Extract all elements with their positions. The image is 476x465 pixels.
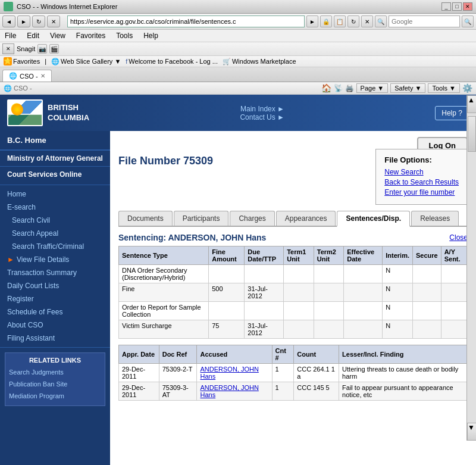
favorites-item-main[interactable]: ⭐ Favorites	[4, 57, 40, 65]
file-options-box: File Options: New Search Back to Search …	[375, 149, 468, 205]
back-button[interactable]: ◄	[2, 15, 15, 27]
browser-titlebar: CSO - - Windows Internet Explorer _ □ ✕	[0, 0, 476, 14]
menu-edit[interactable]: Edit	[24, 31, 42, 40]
tab-releases[interactable]: Releases	[411, 211, 459, 226]
safety-menu-btn[interactable]: Safety ▼	[390, 83, 425, 93]
scrollbar[interactable]: ▲ ▼	[466, 95, 476, 441]
snagit-icon2[interactable]: 🎬	[49, 44, 59, 54]
sent-eff-2	[344, 302, 383, 320]
search-submit-icon[interactable]: 🔍	[462, 15, 474, 27]
sentencing-title: Sentencing: ANDERSON, JOHN Hans	[118, 233, 266, 242]
toolbar2-btn1[interactable]: ✕	[2, 43, 14, 54]
page-tab-label: CSO -	[14, 85, 32, 92]
sidebar-item-view-file[interactable]: View File Details	[17, 255, 69, 264]
new-search-link[interactable]: New Search	[384, 168, 459, 176]
charge-appr-date-1: 29-Dec-2011	[119, 382, 159, 401]
restore-button[interactable]: □	[452, 2, 462, 11]
back-to-search-link[interactable]: Back to Search Results	[384, 178, 459, 186]
home-icon[interactable]: 🏠	[321, 83, 331, 93]
stop-button[interactable]: ✕	[47, 15, 60, 27]
tab-sentences[interactable]: Sentences/Disp.	[337, 211, 410, 227]
related-link-publication[interactable]: Publication Ban Site	[9, 378, 101, 390]
related-link-mediation[interactable]: Mediation Program	[9, 390, 101, 402]
scroll-up-button[interactable]: ▲	[467, 95, 476, 113]
page-menu-btn[interactable]: Page ▼	[356, 83, 389, 93]
browser-tab-cso[interactable]: 🌐 CSO - ✕	[2, 70, 52, 82]
close-link[interactable]: Close	[449, 233, 468, 242]
search-icon[interactable]: 🔍	[375, 15, 387, 27]
facebook-icon: f	[126, 58, 127, 65]
webslice-icon: 🌐	[51, 58, 60, 65]
sent-int-0: N	[383, 265, 413, 283]
settings-icon[interactable]: ⚙️	[462, 83, 472, 93]
count-header: Count	[294, 345, 339, 364]
sent-due-2	[245, 302, 284, 320]
sidebar-bc-home[interactable]: B.C. Home	[0, 131, 110, 150]
browser-tab-close[interactable]: ✕	[40, 73, 45, 79]
sidebar-divider2	[0, 347, 110, 348]
related-link-judgments[interactable]: Search Judgments	[9, 366, 101, 378]
print-icon[interactable]: 🖨️	[345, 84, 354, 92]
file-options-title: File Options:	[384, 155, 459, 164]
accused-link-0[interactable]: ANDERSON, JOHN Hans	[200, 366, 258, 380]
minimize-button[interactable]: _	[441, 2, 451, 11]
scroll-thumb[interactable]	[468, 116, 476, 152]
sent-eff-3	[344, 320, 383, 339]
favorites-item-webslice[interactable]: 🌐 Web Slice Gallery ▼	[51, 58, 121, 65]
sentence-type-header: Sentence Type	[119, 246, 209, 265]
window-controls[interactable]: _ □ ✕	[441, 2, 472, 11]
tab-participants[interactable]: Participants	[174, 211, 229, 226]
favorites-item-facebook[interactable]: f Welcome to Facebook - Log ...	[126, 58, 218, 65]
tabs-row: Documents Participants Charges Appearanc…	[118, 211, 468, 227]
menu-help[interactable]: Help	[141, 31, 161, 40]
enter-file-number-link[interactable]: Enter your file number	[384, 188, 459, 196]
refresh-icon[interactable]: ↻	[347, 15, 359, 27]
charge-accused-0: ANDERSON, JOHN Hans	[197, 364, 272, 382]
contact-link[interactable]: Contact Us ►	[240, 113, 284, 121]
refresh-button[interactable]: ↻	[32, 15, 45, 27]
tab-appearances[interactable]: Appearances	[276, 211, 336, 226]
sent-sec-0	[412, 265, 441, 283]
menu-view[interactable]: View	[48, 31, 68, 40]
sidebar-ministry: Ministry of Attorney General	[0, 150, 110, 166]
snagit-icon1[interactable]: 📷	[37, 44, 47, 54]
sidebar-item-filing[interactable]: Filing Assistant	[0, 332, 110, 345]
go-button[interactable]: ►	[306, 15, 318, 27]
term2-header: Term2 Unit	[314, 246, 344, 265]
toolbar2: ✕ Snagit 📷 🎬	[0, 42, 476, 56]
tab-charges[interactable]: Charges	[230, 211, 274, 226]
main-index-link[interactable]: Main Index ►	[240, 105, 284, 113]
sidebar-item-home[interactable]: Home	[0, 188, 110, 201]
scroll-down-button[interactable]: ▼	[467, 423, 476, 441]
sidebar-item-register[interactable]: Register	[0, 292, 110, 305]
search-box[interactable]	[389, 15, 460, 27]
help-button[interactable]: Help ?	[435, 106, 469, 120]
sidebar-item-search-appeal[interactable]: Search Appeal	[0, 227, 110, 240]
sidebar-item-daily-court[interactable]: Daily Court Lists	[0, 279, 110, 292]
sidebar-item-fees[interactable]: Schedule of Fees	[0, 305, 110, 319]
sidebar-item-search-traffic[interactable]: Search Traffic/Criminal	[0, 240, 110, 253]
rss-icon[interactable]: 📡	[334, 84, 343, 92]
tab-documents[interactable]: Documents	[118, 211, 173, 226]
menu-file[interactable]: File	[2, 31, 18, 40]
sidebar-item-about[interactable]: About CSO	[0, 319, 110, 332]
appr-date-header: Appr. Date	[119, 345, 159, 364]
fine-amount-header: Fine Amount	[209, 246, 245, 265]
browser-icon	[4, 2, 13, 11]
stop-icon[interactable]: ✕	[361, 15, 373, 27]
favorites-item-marketplace[interactable]: 🛒 Windows Marketplace	[223, 58, 296, 65]
svg-rect-0	[8, 114, 42, 126]
accused-link-1[interactable]: ANDERSON, JOHN Hans	[200, 384, 258, 398]
forward-button[interactable]: ►	[17, 15, 30, 27]
cert-icon[interactable]: 📋	[334, 15, 346, 27]
sidebar-item-esearch[interactable]: E-search	[0, 201, 110, 214]
sidebar-item-search-civil[interactable]: Search Civil	[0, 214, 110, 227]
menu-favorites[interactable]: Favorites	[74, 31, 108, 40]
close-button[interactable]: ✕	[463, 2, 472, 11]
browser-tab-cso-favicon: 🌐	[9, 72, 17, 80]
menu-tools[interactable]: Tools	[114, 31, 135, 40]
address-bar[interactable]	[67, 15, 305, 27]
finding-header: Lesser/Incl. Finding	[339, 345, 468, 364]
tools-menu-btn[interactable]: Tools ▼	[428, 83, 460, 93]
sidebar-item-transaction[interactable]: Transaction Summary	[0, 266, 110, 279]
